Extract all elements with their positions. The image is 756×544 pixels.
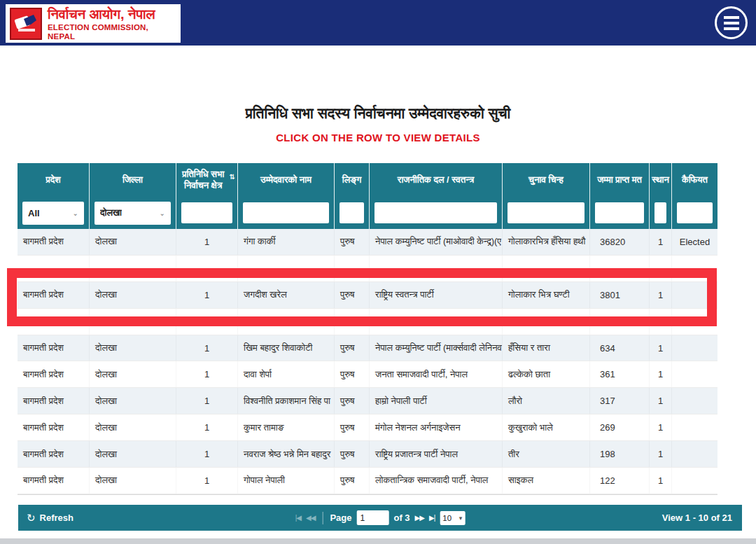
column-header-name: उम्मेदवारको नाम	[238, 163, 335, 197]
cell-party	[370, 309, 503, 335]
page-number-input[interactable]	[356, 510, 388, 525]
symbol-filter-input[interactable]	[507, 202, 584, 223]
header-label-row: प्रदेशजिल्लाप्रतिनिधि सभा निर्वाचन क्षेत…	[18, 163, 718, 197]
cell-province: बागमती प्रदेश	[18, 388, 90, 414]
refresh-label: Refresh	[40, 512, 74, 523]
candidates-table: प्रदेशजिल्लाप्रतिनिधि सभा निर्वाचन क्षेत…	[18, 163, 718, 495]
party-filter-input[interactable]	[374, 202, 497, 223]
cell-symbol: गोलाकारभित्र हँसिया हथौ	[503, 229, 590, 255]
page-title: प्रतिनिधि सभा सदस्य निर्वाचनमा उम्मेदवार…	[0, 105, 756, 122]
cell-constituency: 1	[176, 468, 238, 494]
cell-province: बागमती प्रदेश	[18, 282, 90, 308]
table-row-highlighted[interactable]: बागमती प्रदेशदोलखा1जगदीश खरेलपुरुषराष्ट्…	[18, 282, 718, 309]
filter-cell-district: दोलखा⌄	[90, 197, 176, 229]
next-page-icon[interactable]: ▶▶	[415, 514, 424, 522]
cell-province	[18, 256, 90, 281]
column-label: प्रतिनिधि सभा निर्वाचन क्षेत्र	[178, 169, 228, 192]
cell-district: दोलखा	[90, 335, 176, 361]
cell-name: गंगा कार्की	[238, 229, 335, 255]
province-filter-select[interactable]: All⌄	[22, 202, 84, 225]
column-label: राजनीतिक दल / स्वतन्त्र	[398, 174, 475, 186]
cell-remarks	[672, 441, 718, 467]
table-footer: ↻ Refresh |◀ ◀◀ Page of 3 ▶▶ ▶| 10 ▾ Vie…	[18, 505, 742, 531]
cell-rank: 1	[650, 335, 672, 361]
cell-symbol: कुखुराको भाले	[503, 414, 590, 440]
pagination-controls: |◀ ◀◀ Page of 3 ▶▶ ▶| 10 ▾	[295, 510, 465, 525]
table-row[interactable]: बागमती प्रदेशदोलखा1कुमार तामाङपुरुषमंगोल…	[18, 414, 718, 441]
cell-rank: 1	[650, 282, 672, 308]
gender-filter-input[interactable]	[340, 202, 364, 223]
cell-remarks	[672, 256, 718, 281]
table-row[interactable]: बागमती प्रदेशदोलखा1नवराज श्रेष्ठ भन्ने म…	[18, 441, 718, 468]
cell-remarks	[672, 414, 718, 440]
cell-party: हाम्रो नेपाली पार्टी	[370, 388, 503, 414]
column-label: स्थान	[652, 174, 669, 186]
table-row[interactable]: बागमती प्रदेशदोलखा1खिम बहादुर शिवाकोटीपु…	[18, 335, 718, 362]
cell-rank: 1	[650, 441, 672, 467]
column-header-party: राजनीतिक दल / स्वतन्त्र	[370, 163, 503, 197]
cell-constituency: 1	[176, 388, 238, 414]
page-count-label: of 3	[393, 512, 410, 523]
cell-votes: 36820	[590, 229, 650, 255]
chevron-down-icon: ⌄	[73, 209, 78, 217]
cell-district	[90, 256, 176, 281]
first-page-icon[interactable]: |◀	[295, 514, 301, 522]
cell-district: दोलखा	[90, 388, 176, 414]
column-header-symbol: चुनाव चिन्ह	[503, 163, 590, 197]
cell-district: दोलखा	[90, 229, 176, 255]
cell-name: कुमार तामाङ	[238, 414, 335, 440]
cell-constituency: 1	[176, 335, 238, 361]
table-header: प्रदेशजिल्लाप्रतिनिधि सभा निर्वाचन क्षेत…	[18, 163, 718, 229]
cell-party: नेपाल कम्युनिष्ट पार्टी (मार्क्सवादी लेन…	[370, 335, 503, 361]
prev-page-icon[interactable]: ◀◀	[306, 514, 315, 522]
table-row[interactable]: बागमती प्रदेशदोलखा1गंगा कार्कीपुरुषनेपाल…	[18, 229, 718, 256]
cell-party	[370, 256, 503, 281]
cell-name	[238, 256, 335, 281]
cell-votes: 361	[590, 361, 650, 387]
last-page-icon[interactable]: ▶|	[429, 514, 435, 522]
table-row[interactable]: बागमती प्रदेशदोलखा1गोपाल नेपालीपुरुषलोकत…	[18, 468, 718, 494]
refresh-button[interactable]: ↻ Refresh	[27, 512, 74, 524]
cell-name: खिम बहादुर शिवाकोटी	[238, 335, 335, 361]
filter-cell-province: All⌄	[18, 197, 90, 229]
constituency-filter-input[interactable]	[181, 202, 232, 223]
brand-box[interactable]: निर्वाचन आयोग, नेपाल ELECTION COMMISSION…	[6, 4, 181, 43]
votes-filter-input[interactable]	[595, 202, 644, 223]
hamburger-menu-icon[interactable]	[715, 6, 748, 39]
column-header-province: प्रदेश	[18, 163, 90, 197]
cell-symbol: गोलाकार भित्र घण्टी	[503, 282, 590, 308]
page-label: Page	[330, 512, 351, 523]
filter-cell-rank	[650, 197, 672, 229]
cell-gender: पुरुष	[335, 282, 370, 308]
window-bottom-edge	[0, 538, 756, 544]
remarks-filter-input[interactable]	[677, 202, 713, 223]
cell-remarks	[672, 309, 718, 335]
table-row[interactable]: बागमती प्रदेशदोलखा1विश्वनीति प्रकाशमान स…	[18, 388, 718, 414]
pager-divider	[322, 512, 323, 524]
column-header-remarks: कैफियत	[672, 163, 718, 197]
cell-remarks	[672, 282, 718, 308]
cell-gender: पुरुष	[335, 335, 370, 361]
column-label: चुनाव चिन्ह	[528, 174, 564, 186]
column-header-constituency[interactable]: प्रतिनिधि सभा निर्वाचन क्षेत्र⇅	[176, 163, 238, 197]
cell-province: बागमती प्रदेश	[18, 441, 90, 467]
cell-party: राष्ट्रिय प्रजातन्त्र पार्टी नेपाल	[370, 441, 503, 467]
district-filter-select[interactable]: दोलखा⌄	[94, 202, 171, 225]
table-row[interactable]	[18, 256, 718, 282]
column-header-votes: जम्मा प्राप्त मत	[590, 163, 650, 197]
table-row[interactable]	[18, 309, 718, 335]
rank-filter-input[interactable]	[654, 202, 666, 223]
cell-votes: 634	[590, 335, 650, 361]
cell-remarks	[672, 388, 718, 414]
name-filter-input[interactable]	[243, 202, 329, 223]
cell-name: जगदीश खरेल	[238, 282, 335, 308]
sort-icon[interactable]: ⇅	[230, 173, 235, 182]
cell-constituency: 1	[176, 441, 238, 467]
cell-gender: पुरुष	[335, 468, 370, 494]
column-label: जम्मा प्राप्त मत	[597, 174, 642, 186]
page-size-select[interactable]: 10 ▾	[440, 511, 465, 525]
refresh-icon: ↻	[27, 512, 36, 524]
cell-party: राष्ट्रिय स्वतन्त्र पार्टी	[370, 282, 503, 308]
cell-constituency: 1	[176, 361, 238, 387]
table-row[interactable]: बागमती प्रदेशदोलखा1दावा शेर्पापुरुषजनता …	[18, 361, 718, 388]
